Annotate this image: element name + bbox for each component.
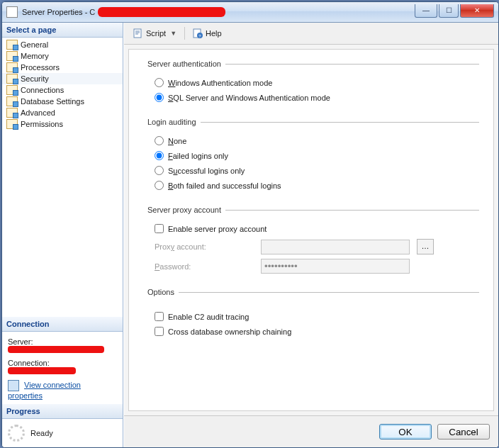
sidebar-item-permissions[interactable]: Permissions	[2, 118, 123, 130]
select-page-header: Select a page	[2, 23, 123, 38]
page-icon	[6, 119, 18, 129]
c2-audit-label[interactable]: Enable C2 audit tracing	[168, 313, 249, 321]
cancel-button[interactable]: Cancel	[437, 424, 490, 439]
maximize-button[interactable]: ☐	[439, 4, 459, 18]
proxy-account-label: Proxy account:	[155, 242, 254, 251]
progress-row: Ready	[2, 419, 123, 447]
audit-success-label[interactable]: Successful logins only	[168, 167, 245, 175]
proxy-password-input	[261, 259, 410, 274]
mixed-auth-label[interactable]: SQL Server and Windows Authentication mo…	[168, 94, 330, 102]
sidebar-item-label: Advanced	[21, 108, 55, 117]
page-icon	[6, 51, 18, 61]
group-legend: Login auditing	[147, 118, 201, 126]
sidebar-item-label: Memory	[21, 52, 49, 60]
audit-failed-radio[interactable]	[155, 151, 164, 160]
sidebar-item-processors[interactable]: Processors	[2, 62, 123, 73]
audit-none-radio[interactable]	[155, 136, 164, 145]
help-icon: ?	[193, 28, 203, 38]
server-proxy-group: Server proxy account Enable server proxy…	[147, 206, 479, 278]
page-list: General Memory Processors Security Conne…	[2, 38, 123, 131]
proxy-account-input	[261, 240, 410, 254]
page-icon	[6, 108, 18, 118]
server-properties-dialog: Server Properties - C — ☐ ✕ Select a pag…	[1, 1, 499, 448]
progress-spinner-icon	[8, 425, 25, 442]
group-legend: Server authentication	[147, 60, 225, 68]
dialog-footer: OK Cancel	[124, 415, 498, 447]
connection-properties-icon	[8, 380, 19, 391]
connection-info: Server: Connection: View connection prop…	[2, 332, 123, 404]
login-auditing-group: Login auditing None Failed logins only S…	[147, 118, 479, 196]
sidebar-item-label: Processors	[21, 63, 60, 72]
sidebar-item-database-settings[interactable]: Database Settings	[2, 96, 123, 107]
c2-audit-checkbox[interactable]	[155, 312, 164, 321]
close-button[interactable]: ✕	[460, 4, 494, 18]
proxy-password-label: Password:	[155, 262, 254, 271]
audit-failed-label[interactable]: Failed logins only	[168, 152, 228, 160]
audit-both-label[interactable]: Both failed and successful logins	[168, 181, 281, 190]
enable-proxy-checkbox[interactable]	[155, 224, 164, 233]
page-icon	[6, 96, 18, 106]
server-authentication-group: Server authentication Windows Authentica…	[147, 60, 479, 108]
script-button[interactable]: Script ▼	[128, 26, 181, 40]
dropdown-icon[interactable]: ▼	[170, 30, 176, 37]
redacted-server	[8, 346, 104, 353]
page-icon	[6, 85, 18, 95]
sidebar-item-connections[interactable]: Connections	[2, 84, 123, 96]
windows-auth-radio[interactable]	[155, 78, 164, 87]
sidebar: Select a page General Memory Processors …	[2, 23, 123, 447]
audit-success-radio[interactable]	[155, 166, 164, 175]
mixed-auth-radio[interactable]	[155, 93, 164, 102]
sidebar-item-label: Database Settings	[21, 97, 84, 106]
enable-proxy-label[interactable]: Enable server proxy account	[168, 225, 267, 233]
toolbar: Script ▼ ? Help	[124, 23, 498, 45]
window-icon	[6, 6, 18, 18]
audit-none-label[interactable]: None	[168, 137, 186, 145]
help-label: Help	[206, 29, 222, 38]
sidebar-item-security[interactable]: Security	[2, 73, 123, 84]
progress-header: Progress	[2, 404, 123, 419]
minimize-button[interactable]: —	[415, 4, 437, 18]
sidebar-item-advanced[interactable]: Advanced	[2, 107, 123, 118]
script-label: Script	[146, 29, 166, 38]
redacted-connection	[8, 367, 76, 374]
titlebar[interactable]: Server Properties - C — ☐ ✕	[2, 2, 498, 23]
group-legend: Server proxy account	[147, 206, 225, 214]
server-label: Server:	[8, 337, 117, 346]
browse-proxy-button: …	[417, 239, 434, 254]
cross-db-label[interactable]: Cross database ownership chaining	[168, 327, 291, 336]
connection-label: Connection:	[8, 359, 117, 367]
ok-button[interactable]: OK	[379, 424, 432, 439]
sidebar-item-label: General	[21, 40, 48, 49]
redacted-title	[98, 7, 225, 17]
connection-header: Connection	[2, 317, 123, 332]
windows-auth-label[interactable]: Windows Authentication mode	[168, 79, 272, 87]
sidebar-item-label: Security	[21, 74, 49, 83]
audit-both-radio[interactable]	[155, 181, 164, 190]
content-panel: Server authentication Windows Authentica…	[128, 49, 494, 411]
page-icon	[6, 62, 18, 72]
help-button[interactable]: ? Help	[188, 26, 227, 40]
page-icon	[6, 40, 18, 50]
cross-db-checkbox[interactable]	[155, 327, 164, 336]
window-title: Server Properties - C	[22, 8, 95, 16]
options-group: Options Enable C2 audit tracing Cross da…	[147, 288, 479, 342]
sidebar-item-label: Permissions	[21, 120, 63, 128]
page-icon	[6, 74, 18, 84]
group-legend: Options	[147, 288, 179, 296]
svg-rect-0	[134, 29, 141, 38]
script-icon	[133, 28, 143, 38]
sidebar-item-general[interactable]: General	[2, 39, 123, 50]
progress-text: Ready	[30, 429, 53, 437]
sidebar-item-memory[interactable]: Memory	[2, 50, 123, 62]
sidebar-item-label: Connections	[21, 86, 64, 94]
